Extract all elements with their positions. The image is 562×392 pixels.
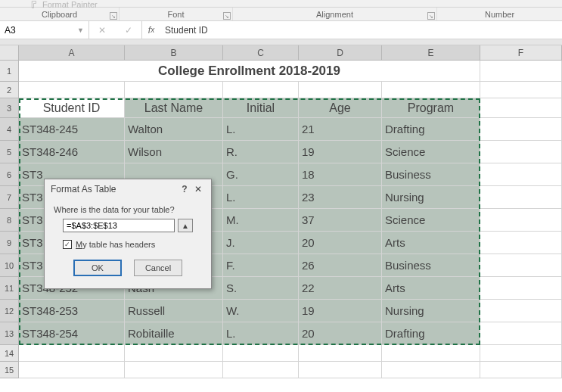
cell-B12[interactable]: Russell <box>125 300 223 322</box>
cell-C5[interactable]: R. <box>223 141 299 163</box>
row-header-9[interactable]: 9 <box>0 232 19 254</box>
row-header-14[interactable]: 14 <box>0 345 19 362</box>
cell-F3[interactable] <box>480 98 562 118</box>
formula-bar[interactable]: Student ID <box>160 21 562 39</box>
close-button[interactable]: ✕ <box>191 184 205 194</box>
cell-A4[interactable]: ST348-245 <box>19 118 125 141</box>
cell-F1[interactable] <box>480 61 562 82</box>
cell-D13[interactable]: 20 <box>299 322 382 345</box>
chevron-down-icon[interactable]: ▼ <box>77 26 84 34</box>
row-header-10[interactable]: 10 <box>0 254 19 277</box>
col-header-E[interactable]: E <box>382 45 480 60</box>
headers-checkbox-row[interactable]: ✓ My table has headers <box>63 240 193 249</box>
col-header-B[interactable]: B <box>125 45 223 60</box>
collapse-dialog-button[interactable]: ▲ <box>178 219 193 232</box>
cell-B5[interactable]: Wilson <box>125 141 223 163</box>
cell-D5[interactable]: 19 <box>299 141 382 163</box>
row-header-12[interactable]: 12 <box>0 300 19 322</box>
cell-D4[interactable]: 21 <box>299 118 382 141</box>
row-header-11[interactable]: 11 <box>0 277 19 300</box>
cell-F9[interactable] <box>480 232 562 254</box>
cell-F5[interactable] <box>480 141 562 163</box>
cell-B2[interactable] <box>125 82 223 98</box>
cell-B3[interactable]: Last Name <box>125 98 223 118</box>
cell-C8[interactable]: M. <box>223 209 299 232</box>
cell-D11[interactable]: 22 <box>299 277 382 300</box>
cell-C4[interactable]: L. <box>223 118 299 141</box>
row-header-7[interactable]: 7 <box>0 186 19 209</box>
cell-A12[interactable]: ST348-253 <box>19 300 125 322</box>
help-button[interactable]: ? <box>178 184 191 194</box>
cell-C13[interactable]: L. <box>223 322 299 345</box>
row-header-15[interactable]: 15 <box>0 362 19 378</box>
cell-F11[interactable] <box>480 277 562 300</box>
cell-C6[interactable]: G. <box>223 163 299 186</box>
title-cell[interactable]: College Enrollment 2018-2019 <box>19 61 480 82</box>
cell-E6[interactable]: Business <box>382 163 480 186</box>
cell-F2[interactable] <box>480 82 562 98</box>
cell-F13[interactable] <box>480 322 562 345</box>
cell-A13[interactable]: ST348-254 <box>19 322 125 345</box>
cell-E7[interactable]: Nursing <box>382 186 480 209</box>
ok-button[interactable]: OK <box>73 260 122 276</box>
font-dialog-launcher[interactable]: ↘ <box>223 12 231 20</box>
headers-checkbox[interactable]: ✓ <box>63 240 72 249</box>
cell-F7[interactable] <box>480 186 562 209</box>
cell-E11[interactable]: Arts <box>382 277 480 300</box>
row-header-4[interactable]: 4 <box>0 118 19 141</box>
cell-C12[interactable]: W. <box>223 300 299 322</box>
cell-E9[interactable]: Arts <box>382 232 480 254</box>
row-header-13[interactable]: 13 <box>0 322 19 345</box>
cell-E12[interactable]: Nursing <box>382 300 480 322</box>
cell-F8[interactable] <box>480 209 562 232</box>
cell-C2[interactable] <box>223 82 299 98</box>
cell-D12[interactable]: 19 <box>299 300 382 322</box>
cell-C9[interactable]: J. <box>223 232 299 254</box>
row-header-3[interactable]: 3 <box>0 98 19 118</box>
col-header-D[interactable]: D <box>299 45 382 60</box>
cell-D9[interactable]: 20 <box>299 232 382 254</box>
clipboard-dialog-launcher[interactable]: ↘ <box>110 12 117 20</box>
row-header-1[interactable]: 1 <box>0 61 19 82</box>
cell-C3[interactable]: Initial <box>223 98 299 118</box>
row-header-6[interactable]: 6 <box>0 163 19 186</box>
cell-E5[interactable]: Science <box>382 141 480 163</box>
select-all-corner[interactable] <box>0 45 19 60</box>
cell-A2[interactable] <box>19 82 125 98</box>
enter-icon[interactable]: ✓ <box>125 25 132 36</box>
cell-B4[interactable]: Walton <box>125 118 223 141</box>
cell-C10[interactable]: F. <box>223 254 299 277</box>
cell-F10[interactable] <box>480 254 562 277</box>
cell-D10[interactable]: 26 <box>299 254 382 277</box>
row-header-2[interactable]: 2 <box>0 82 19 98</box>
cell-A3[interactable]: Student ID <box>19 98 125 118</box>
cell-D8[interactable]: 37 <box>299 209 382 232</box>
cell-C11[interactable]: S. <box>223 277 299 300</box>
cell-E2[interactable] <box>382 82 480 98</box>
col-header-A[interactable]: A <box>19 45 125 60</box>
cell-D6[interactable]: 18 <box>299 163 382 186</box>
cell-F12[interactable] <box>480 300 562 322</box>
cell-B13[interactable]: Robitaille <box>125 322 223 345</box>
cell-D3[interactable]: Age <box>299 98 382 118</box>
col-header-C[interactable]: C <box>223 45 299 60</box>
cell-C7[interactable]: L. <box>223 186 299 209</box>
row-header-8[interactable]: 8 <box>0 209 19 232</box>
row-header-5[interactable]: 5 <box>0 141 19 163</box>
cell-D7[interactable]: 23 <box>299 186 382 209</box>
cancel-button[interactable]: Cancel <box>134 260 182 276</box>
cell-E10[interactable]: Business <box>382 254 480 277</box>
cell-E8[interactable]: Science <box>382 209 480 232</box>
cell-E13[interactable]: Drafting <box>382 322 480 345</box>
col-header-F[interactable]: F <box>480 45 562 60</box>
cell-A5[interactable]: ST348-246 <box>19 141 125 163</box>
cell-F6[interactable] <box>480 163 562 186</box>
name-box[interactable]: ▼ <box>0 21 89 39</box>
range-input[interactable] <box>63 219 175 232</box>
fx-icon[interactable]: fx <box>142 21 160 39</box>
cancel-icon[interactable]: ✕ <box>98 25 106 36</box>
cell-F4[interactable] <box>480 118 562 141</box>
cell-E4[interactable]: Drafting <box>382 118 480 141</box>
cell-D2[interactable] <box>299 82 382 98</box>
alignment-dialog-launcher[interactable]: ↘ <box>427 12 435 20</box>
